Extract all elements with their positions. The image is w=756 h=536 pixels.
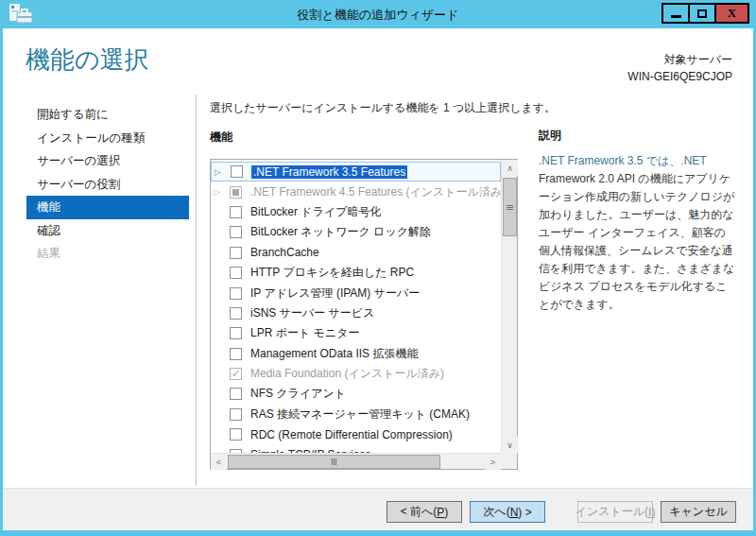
feature-listbox: ▷.NET Framework 3.5 Features▷.NET Framew… [210,159,518,470]
feature-row-13[interactable]: RDC (Remote Differential Compression) [211,424,501,444]
feature-row-12[interactable]: RAS 接続マネージャー管理キット (CMAK) [211,405,501,424]
feature-label[interactable]: RDC (Remote Differential Compression) [250,428,453,441]
sidebar-item-3[interactable]: サーバーの役割 [26,173,189,197]
feature-row-5[interactable]: HTTP プロキシを経由した RPC [211,263,501,283]
indeterminate-mark-icon [232,189,239,196]
description-lead: .NET Framework 3.5 では、.NET [539,154,707,167]
feature-row-9[interactable]: Management OData IIS 拡張機能 [211,344,501,364]
feature-checkbox[interactable] [231,165,243,178]
feature-label[interactable]: BitLocker ネットワーク ロック解除 [250,224,431,240]
feature-label[interactable]: Media Foundation (インストール済み) [250,366,444,382]
feature-row-2[interactable]: BitLocker ドライブ暗号化 [211,202,501,222]
description-text: .NET Framework 3.5 では、.NET Framework 2.0… [539,152,737,314]
scrollbar-corner [501,453,517,469]
back-button[interactable]: < 前へ(P) [387,501,462,523]
scroll-up-icon: ∧ [507,164,513,173]
sidebar-item-1[interactable]: インストールの種類 [26,127,189,150]
feature-label[interactable]: HTTP プロキシを経由した RPC [250,265,414,281]
next-button[interactable]: 次へ(N) > [470,501,545,523]
scroll-up-button[interactable]: ∧ [502,160,518,176]
scrollbar-grip-icon [332,458,336,465]
sidebar-item-4[interactable]: 機能 [26,196,189,219]
title-bar: 役割と機能の追加ウィザード X [0,0,756,28]
expand-arrow-icon[interactable]: ▷ [214,187,230,197]
feature-checkbox[interactable]: ✓ [230,368,242,380]
window-title: 役割と機能の追加ウィザード [0,7,756,24]
feature-checkbox[interactable] [230,388,242,400]
target-server-name: WIN-GEI6QE9CJOP [627,70,732,83]
feature-list-label: 機能 [210,130,232,146]
feature-checkbox[interactable] [230,307,242,320]
feature-checkbox[interactable] [230,186,242,199]
sidebar-item-0[interactable]: 開始する前に [26,103,189,127]
feature-row-4[interactable]: BranchCache [211,243,501,263]
feature-checkbox[interactable] [230,348,242,360]
feature-label[interactable]: RAS 接続マネージャー管理キット (CMAK) [250,406,470,423]
feature-checkbox[interactable] [230,428,242,441]
expand-arrow-icon[interactable]: ▷ [215,167,231,177]
feature-label[interactable]: BitLocker ドライブ暗号化 [250,204,381,220]
scroll-down-button[interactable]: ∨ [502,437,518,453]
maximize-button[interactable] [688,3,716,24]
feature-label[interactable]: .NET Framework 3.5 Features [251,165,407,179]
feature-label[interactable]: .NET Framework 4.5 Features (インストール済み) [250,184,501,200]
sidebar-item-5[interactable]: 確認 [26,219,189,243]
feature-label[interactable]: iSNS サーバー サービス [250,305,374,321]
nav-divider [196,95,197,486]
scrollbar-grip-icon [507,205,513,210]
scroll-down-icon: ∨ [507,441,513,450]
feature-label[interactable]: BranchCache [250,246,319,259]
target-server-label: 対象サーバー [627,52,732,68]
close-button[interactable]: X [714,3,749,24]
feature-row-8[interactable]: LPR ポート モニター [211,323,501,343]
feature-label[interactable]: NFS クライアント [250,386,346,402]
maximize-icon [697,9,707,18]
wizard-window: 役割と機能の追加ウィザード X 機能の選択 対象サーバー WIN-GEI6QE9… [0,0,756,536]
minimize-button[interactable] [662,3,690,24]
feature-list: ▷.NET Framework 3.5 Features▷.NET Framew… [211,160,501,453]
page-title: 機能の選択 [26,43,149,77]
install-button[interactable]: インストール(I) [577,501,653,523]
feature-label[interactable]: Management OData IIS 拡張機能 [250,346,418,362]
feature-row-3[interactable]: BitLocker ネットワーク ロック解除 [211,222,501,242]
sidebar-item-2[interactable]: サーバーの選択 [26,149,189,173]
description-heading: 説明 [539,128,561,144]
feature-checkbox[interactable] [230,247,242,259]
footer-bar: < 前へ(P)次へ(N) >インストール(I)キャンセル [3,488,753,530]
close-icon: X [728,6,736,21]
feature-checkbox[interactable] [230,327,242,339]
scroll-right-button[interactable]: > [485,454,501,470]
feature-checkbox[interactable] [230,287,242,300]
feature-checkbox[interactable] [230,267,242,279]
sidebar-item-6: 結果 [26,242,189,266]
description-body: Framework 2.0 API の機能にアプリケーション作成用の新しいテクノ… [539,172,734,311]
scroll-left-button[interactable]: < [211,454,227,470]
instruction-text: 選択したサーバーにインストールする機能を 1 つ以上選択します。 [210,100,556,116]
horizontal-scrollbar[interactable]: < > [211,453,501,469]
feature-row-1[interactable]: ▷.NET Framework 4.5 Features (インストール済み) [211,182,501,201]
feature-row-7[interactable]: iSNS サーバー サービス [211,303,501,323]
feature-label[interactable]: LPR ポート モニター [250,325,359,341]
feature-checkbox[interactable] [230,206,242,218]
feature-row-11[interactable]: NFS クライアント [211,384,501,404]
cancel-button[interactable]: キャンセル [661,501,736,523]
feature-checkbox[interactable] [230,226,242,238]
vertical-scrollbar-thumb[interactable] [503,178,517,236]
target-server: 対象サーバー WIN-GEI6QE9CJOP [627,52,732,83]
feature-row-6[interactable]: IP アドレス管理 (IPAM) サーバー [211,283,501,303]
vertical-scrollbar[interactable]: ∧ ∨ [501,160,517,453]
feature-row-10[interactable]: ✓Media Foundation (インストール済み) [211,364,501,384]
feature-row-0[interactable]: ▷.NET Framework 3.5 Features [211,162,501,182]
sidebar-list: 開始する前にインストールの種類サーバーの選択サーバーの役割機能確認結果 [26,103,189,266]
horizontal-scrollbar-thumb[interactable] [228,455,440,469]
scroll-left-icon: < [216,458,221,467]
feature-row-14[interactable]: Simple TCP/IP Services [211,444,501,453]
feature-label[interactable]: IP アドレス管理 (IPAM) サーバー [250,285,420,302]
wizard-body: 機能の選択 対象サーバー WIN-GEI6QE9CJOP 開始する前にインストー… [3,28,753,488]
scroll-right-icon: > [490,458,495,467]
feature-checkbox[interactable] [230,408,242,421]
minimize-icon [671,15,681,18]
